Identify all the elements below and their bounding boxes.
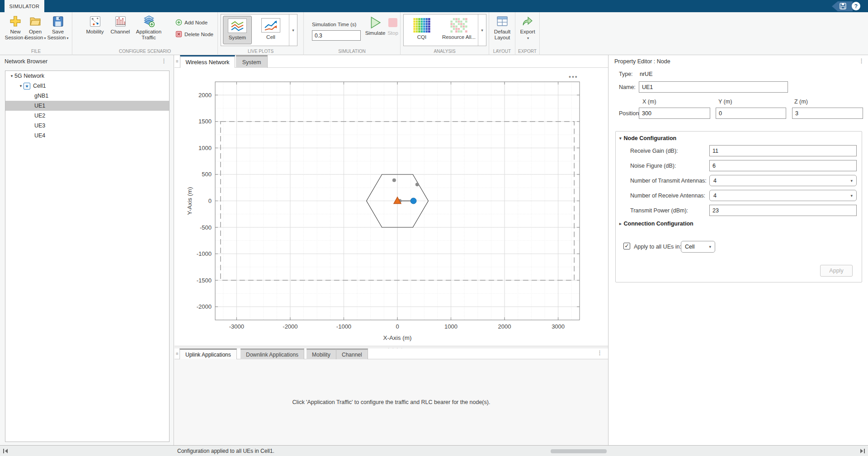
node-configuration-header[interactable]: ▾ Node Configuration xyxy=(619,135,676,141)
simulation-time-input[interactable] xyxy=(312,30,361,41)
svg-text:0: 0 xyxy=(396,323,399,330)
tab-uplink-applications[interactable]: Uplink Applications xyxy=(179,348,237,359)
property-editor-title: Property Editor : Node xyxy=(614,55,670,68)
section-label-live-plots: LIVE PLOTS xyxy=(218,49,303,54)
svg-text:1000: 1000 xyxy=(444,323,458,330)
open-session-button[interactable]: Open Session▾ xyxy=(24,14,47,41)
tab-label: Downlink Applications xyxy=(246,352,298,358)
tx-antennas-label: Number of Transmit Antennas: xyxy=(630,178,707,184)
tab-label: Channel xyxy=(342,352,362,358)
tree-item-label: 5G Network xyxy=(14,73,44,79)
tree-item-5g-network[interactable]: ▾ 5G Network xyxy=(5,71,169,81)
tx-power-input[interactable] xyxy=(709,205,857,216)
open-session-label: Open Session xyxy=(25,29,43,40)
chevron-down-icon: ▾ xyxy=(526,36,529,40)
application-traffic-button[interactable]: Application Traffic xyxy=(133,14,164,41)
tree-item-label: UE1 xyxy=(34,103,45,109)
position-x-input[interactable] xyxy=(639,108,710,119)
connection-configuration-header[interactable]: ▸ Connection Configuration xyxy=(619,221,693,227)
chevron-down-icon: ▾ xyxy=(709,244,711,249)
stop-label: Stop xyxy=(387,30,398,36)
rx-antennas-select[interactable]: 4 ▾ xyxy=(709,190,857,201)
mobility-button[interactable]: Mobility xyxy=(84,14,106,35)
scope-select[interactable]: Cell ▾ xyxy=(681,241,715,253)
save-session-button[interactable]: Save Session▾ xyxy=(47,14,69,41)
name-input[interactable] xyxy=(639,81,788,93)
apply-button[interactable]: Apply xyxy=(820,265,853,277)
property-editor-menu-icon[interactable]: ⋮ xyxy=(859,59,864,63)
network-browser-menu-icon[interactable]: ⋮ xyxy=(161,59,167,63)
type-label: Type: xyxy=(619,71,633,77)
delete-node-icon xyxy=(175,31,182,38)
tree-expand-icon[interactable]: ▾ xyxy=(9,74,14,78)
tab-wireless-network[interactable]: Wireless Network xyxy=(180,55,235,68)
network-plot[interactable]: -3000-2000-10000100020003000-2000-1500-1… xyxy=(175,68,608,347)
cell-star-icon: ★ xyxy=(24,83,30,89)
ribbon-toolstrip: New Session▾ Open Session▾ Save Session▾… xyxy=(0,12,868,55)
rx-antennas-value: 4 xyxy=(713,193,717,199)
cqi-button[interactable]: CQI xyxy=(406,16,438,44)
collapse-left-icon[interactable] xyxy=(3,448,8,454)
tree-item-ue1[interactable]: UE1 xyxy=(5,101,169,111)
tree-item-cell1[interactable]: ▾ ★ Cell1 xyxy=(5,81,169,91)
tree-item-label: UE3 xyxy=(34,122,45,129)
tab-channel[interactable]: Channel xyxy=(336,348,368,359)
tab-system[interactable]: System xyxy=(236,55,268,68)
noise-figure-input[interactable] xyxy=(709,160,857,171)
new-session-button[interactable]: New Session▾ xyxy=(4,14,27,41)
cqi-label: CQI xyxy=(417,34,426,40)
network-tree: ▾ 5G Network ▾ ★ Cell1 gNB1 UE1 UE2 UE3 … xyxy=(5,71,170,442)
position-z-input[interactable] xyxy=(792,108,863,119)
tree-item-ue3[interactable]: UE3 xyxy=(5,121,169,131)
svg-text:2000: 2000 xyxy=(498,323,511,330)
node-configuration-title: Node Configuration xyxy=(624,135,677,141)
simulate-icon xyxy=(369,16,381,29)
tab-downlink-applications[interactable]: Downlink Applications xyxy=(241,348,304,359)
mobility-icon xyxy=(90,14,101,28)
resource-allocation-button[interactable]: Resource All... xyxy=(440,16,478,44)
delete-node-button[interactable]: Delete Node xyxy=(175,31,213,38)
stop-button[interactable]: Stop xyxy=(385,16,401,36)
panel-grip-icon[interactable]: ≡ xyxy=(176,351,179,356)
help-icon[interactable]: ? xyxy=(852,2,860,10)
simulate-button[interactable]: Simulate xyxy=(363,16,387,36)
live-plot-system-button[interactable]: System xyxy=(223,16,252,44)
open-session-icon xyxy=(29,14,41,28)
save-icon[interactable] xyxy=(839,2,847,10)
axes-toolbar-ellipsis-icon[interactable]: ••• xyxy=(569,73,578,80)
rx-antennas-label: Number of Receive Antennas: xyxy=(630,193,705,199)
section-label-export: EXPORT xyxy=(515,49,539,54)
add-node-button[interactable]: Add Node xyxy=(175,19,208,26)
titlebar: SIMULATOR ? xyxy=(0,0,868,12)
receive-gain-label: Receive Gain (dB): xyxy=(630,148,678,154)
svg-text:-2000: -2000 xyxy=(197,303,212,310)
tab-simulator[interactable]: SIMULATOR xyxy=(5,0,44,12)
tab-label: Uplink Applications xyxy=(185,352,231,358)
default-layout-button[interactable]: Default Layout xyxy=(491,14,514,41)
tree-item-ue4[interactable]: UE4 xyxy=(5,131,169,141)
tree-item-ue2[interactable]: UE2 xyxy=(5,111,169,121)
uplink-applications-panel: Click 'Application Traffic' to configure… xyxy=(175,359,608,445)
export-button[interactable]: Export▾ xyxy=(516,14,539,41)
stop-icon xyxy=(388,16,398,29)
tab-mobility[interactable]: Mobility xyxy=(307,348,336,359)
collapse-right-icon[interactable] xyxy=(860,448,865,454)
live-plots-gallery-expand-button[interactable]: ▾ xyxy=(289,14,297,46)
tx-antennas-value: 4 xyxy=(713,178,717,184)
tx-antennas-select[interactable]: 4 ▾ xyxy=(709,175,857,186)
receive-gain-input[interactable] xyxy=(709,145,857,156)
tree-item-gnb1[interactable]: gNB1 xyxy=(5,91,169,101)
svg-text:Y-Axis (m): Y-Axis (m) xyxy=(186,187,193,215)
channel-button[interactable]: Channel xyxy=(108,14,132,35)
analysis-gallery-expand-button[interactable]: ▾ xyxy=(478,14,486,46)
live-plot-cell-button[interactable]: Cell xyxy=(256,16,285,44)
panel-grip-icon[interactable]: ≡ xyxy=(176,59,179,64)
tree-expand-icon[interactable]: ▾ xyxy=(18,84,24,88)
horizontal-scrollbar-thumb[interactable] xyxy=(551,449,607,453)
bottom-panel-menu-icon[interactable]: ⋮ xyxy=(597,351,603,355)
apply-to-all-checkbox[interactable]: ✓ xyxy=(623,243,630,249)
svg-text:500: 500 xyxy=(202,171,212,178)
position-y-input[interactable] xyxy=(716,108,786,119)
section-label-file: FILE xyxy=(0,49,72,54)
cell-plot-icon xyxy=(261,18,280,33)
